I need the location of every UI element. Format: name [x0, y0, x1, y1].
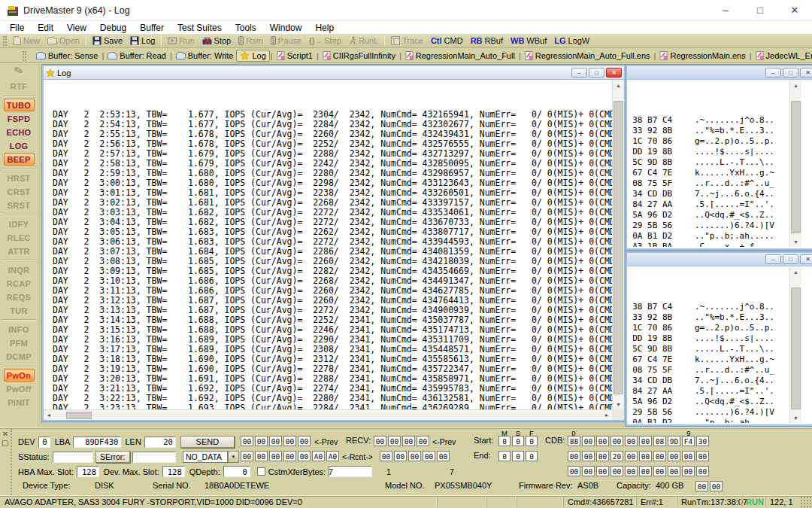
- recv-rcnt-byte-box[interactable]: 00: [437, 451, 450, 461]
- scrollbar-thumb[interactable]: [66, 412, 92, 419]
- scroll-up-icon[interactable]: ▲: [613, 80, 624, 90]
- tab-log[interactable]: Log: [236, 50, 269, 62]
- len-field[interactable]: 20: [144, 437, 176, 448]
- save-button[interactable]: Save: [89, 35, 126, 46]
- cdb-byte-box[interactable]: 00: [568, 451, 580, 461]
- start-field[interactable]: 0: [526, 436, 538, 446]
- cdb-byte-box[interactable]: 00: [696, 451, 709, 461]
- sidebar-command-button[interactable]: TUBO: [4, 99, 35, 111]
- sidebar-command-button[interactable]: HRST: [4, 172, 35, 184]
- recv-rcnt-byte-box[interactable]: 00: [408, 451, 421, 461]
- buffer1-minimize-button[interactable]: –: [765, 68, 781, 78]
- log-maximize-button[interactable]: □: [589, 68, 604, 78]
- buffer2-maximize-button[interactable]: □: [783, 254, 798, 264]
- cstmxferbytes-checkbox[interactable]: [257, 467, 265, 476]
- dev-max-slot-field[interactable]: 128: [162, 466, 185, 477]
- scroll-up-icon[interactable]: ▲: [790, 80, 801, 90]
- send-rcnt-byte-box[interactable]: A0: [326, 451, 339, 461]
- statusbar-resize-grip[interactable]: [800, 496, 812, 508]
- buffer1-maximize-button[interactable]: □: [783, 68, 798, 78]
- tab-ciirgsfullinfinity[interactable]: CIIRgsFullInfinity: [320, 50, 398, 61]
- minimize-button[interactable]: –: [708, 0, 743, 20]
- cdb-byte-box[interactable]: 00: [611, 436, 623, 446]
- close-button[interactable]: ✕: [777, 0, 812, 20]
- buffer-2-vertical-scrollbar[interactable]: ▲ ▼: [789, 266, 801, 423]
- lba-field[interactable]: 89DF430: [73, 437, 121, 448]
- menu-item[interactable]: View: [60, 23, 93, 33]
- menu-item[interactable]: Test Suites: [171, 23, 229, 33]
- sidebar-command-button[interactable]: INQR: [4, 263, 35, 276]
- send-rcnt-byte-box[interactable]: 00: [283, 451, 296, 461]
- cdb-byte-box[interactable]: 00: [596, 451, 609, 461]
- sidebar-command-button[interactable]: CRST: [4, 185, 35, 198]
- cdb-byte-box[interactable]: 00: [653, 466, 666, 476]
- cdb-byte-box[interactable]: 00: [582, 451, 595, 461]
- recv-prev-by​te-box[interactable]: 00: [402, 436, 415, 446]
- tab-buffer-write[interactable]: Buffer: Write: [173, 50, 237, 61]
- send-rcnt-byte-box[interactable]: A0: [312, 451, 325, 461]
- data-mode-select[interactable]: NO_DATA: [183, 451, 228, 463]
- sidebar-command-button[interactable]: SRST: [4, 199, 35, 211]
- cdb-byte-box[interactable]: F4: [682, 436, 695, 446]
- recv-rcnt-byte-box[interactable]: 00: [394, 451, 407, 461]
- cdb-byte-box[interactable]: 00: [696, 466, 709, 476]
- scroll-up-icon[interactable]: ▲: [790, 266, 801, 277]
- sidebar-command-button[interactable]: ECHO: [4, 126, 35, 138]
- log-close-button[interactable]: ✕: [606, 68, 622, 78]
- buffer-window-2-titlebar[interactable]: – □ ✕: [627, 253, 812, 266]
- scroll-down-icon[interactable]: ▼: [613, 399, 624, 409]
- sidebar-command-button[interactable]: PFM: [4, 336, 35, 349]
- end-field[interactable]: 0: [526, 451, 538, 461]
- cdb-byte-box[interactable]: 00: [611, 466, 623, 476]
- start-field[interactable]: 0: [498, 436, 511, 446]
- tab-buffer-read[interactable]: Buffer: Read: [105, 50, 169, 61]
- cstmxferbytes-field[interactable]: [329, 466, 372, 477]
- buffer-window-1-titlebar[interactable]: – □ ✕: [627, 66, 812, 80]
- cdb-byte-box[interactable]: 08: [653, 436, 666, 446]
- sidebar-command-button[interactable]: TUR: [4, 304, 35, 317]
- tab-script1[interactable]: Script1: [274, 50, 316, 61]
- send-rcnt-byte-box[interactable]: 00: [255, 451, 268, 461]
- log-window-titlebar[interactable]: Log – □ ✕: [44, 66, 624, 80]
- buffer1-close-button[interactable]: ✕: [800, 68, 812, 78]
- scrollbar-thumb[interactable]: [791, 101, 801, 233]
- cdb-byte-box[interactable]: 00: [582, 436, 595, 446]
- cdb-byte-box[interactable]: 00: [639, 451, 652, 461]
- cdb-byte-box[interactable]: 00: [625, 466, 638, 476]
- cdb-byte-box[interactable]: 00: [596, 466, 609, 476]
- send-rcnt-byte-box[interactable]: 00: [298, 451, 311, 461]
- sidebar-command-button[interactable]: RLEC: [4, 231, 35, 244]
- menu-item[interactable]: Debug: [93, 23, 133, 33]
- sidebar-command-button[interactable]: BEEP: [4, 153, 35, 166]
- menu-item[interactable]: File: [3, 23, 31, 33]
- cmd-button[interactable]: Ctl CMD: [427, 35, 467, 46]
- log-vertical-scrollbar[interactable]: ▲ ▼: [612, 80, 624, 409]
- sidebar-command-button[interactable]: IDFY: [4, 217, 35, 230]
- scrollbar-thumb[interactable]: [791, 287, 801, 409]
- sidebar-command-button[interactable]: PwOff: [4, 382, 35, 395]
- log-minimize-button[interactable]: –: [571, 68, 587, 78]
- cdb-byte-box[interactable]: 00: [653, 451, 666, 461]
- send-prev-byte-box[interactable]: 00: [241, 436, 253, 446]
- sidebar-command-button[interactable]: LOG: [4, 139, 35, 152]
- serror-button[interactable]: SError:: [95, 451, 130, 463]
- menu-item[interactable]: Tools: [229, 23, 263, 33]
- scrollbar-thumb[interactable]: [614, 101, 623, 394]
- qdepth-field[interactable]: 0: [223, 466, 250, 477]
- scroll-left-icon[interactable]: ◄: [44, 410, 54, 420]
- sidebar-command-button[interactable]: REQS: [4, 291, 35, 303]
- recv-prev-by​te-box[interactable]: 00: [374, 436, 386, 446]
- sstatus-field[interactable]: [53, 452, 93, 463]
- menu-item[interactable]: Buffer: [133, 23, 171, 33]
- sidebar-command-button[interactable]: FSPD: [4, 112, 35, 125]
- cdb-byte-box[interactable]: 00: [625, 451, 638, 461]
- dev-field[interactable]: 0: [38, 437, 50, 448]
- tab-buffer-sense[interactable]: Buffer: Sense: [33, 50, 101, 61]
- cdb-byte-box[interactable]: 00: [695, 481, 708, 491]
- sidebar-command-button[interactable]: INFO: [4, 323, 35, 336]
- menu-item[interactable]: Edit: [31, 23, 60, 33]
- cdb-byte-box[interactable]: 00: [568, 466, 580, 476]
- end-field[interactable]: 0: [498, 451, 511, 461]
- sidebar-command-button[interactable]: PINIT: [4, 396, 35, 409]
- cdb-byte-box[interactable]: 00: [682, 451, 695, 461]
